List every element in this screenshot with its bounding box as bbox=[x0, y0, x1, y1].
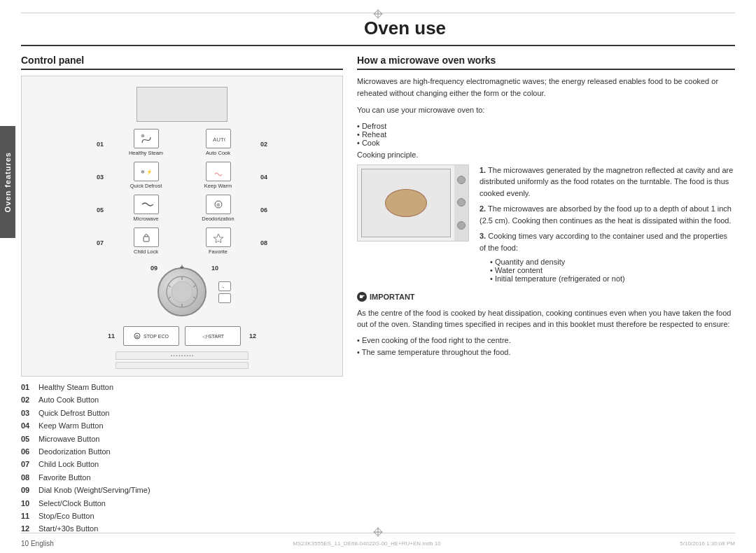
child-lock-button[interactable]: Child Lock bbox=[112, 227, 180, 255]
svg-text:⚡: ⚡ bbox=[146, 169, 153, 175]
row-label-05: 05 bbox=[97, 206, 104, 214]
row-label-07: 07 bbox=[97, 239, 104, 246]
row-label-12: 12 bbox=[249, 332, 256, 340]
list-item-09: 09Dial Knob (Weight/Serving/Time) bbox=[21, 485, 343, 496]
keep-warm-button[interactable]: Keep Warm bbox=[184, 162, 252, 189]
sub-water: • Water content bbox=[490, 266, 735, 274]
important-section: ☛ IMPORTANT As the centre of the food is… bbox=[357, 291, 735, 359]
healthy-steam-label: Healthy Steam bbox=[129, 150, 163, 156]
page-title: Oven use bbox=[21, 18, 735, 39]
svg-line-12 bbox=[193, 297, 195, 298]
footer-page: 10 English bbox=[21, 540, 54, 547]
footer: 10 English MS23K3555ES_11_DE68-04022G-00… bbox=[21, 540, 735, 547]
point-1: 1. The microwaves generated by the magne… bbox=[479, 164, 735, 200]
oven-knob-2 bbox=[457, 198, 465, 206]
numbered-points: 1. The microwaves generated by the magne… bbox=[479, 164, 735, 284]
svg-point-0 bbox=[141, 134, 144, 137]
list-item-12: 12Start/+30s Button bbox=[21, 524, 343, 534]
deodorization-icon: ♻ bbox=[206, 195, 231, 214]
intro-paragraph: Microwaves are high-frequency electromag… bbox=[357, 76, 735, 99]
select-button-group: → bbox=[218, 281, 231, 303]
quick-defrost-label: Quick Defrost bbox=[130, 183, 162, 189]
cooking-principle: Cooking principle. bbox=[357, 150, 735, 159]
side-tab-label: Oven features bbox=[4, 152, 12, 212]
key-row: ▪ ▪ ▪ ▪ ▪ ▪ ▪ ▪ ▪ bbox=[171, 354, 193, 358]
healthy-steam-button[interactable]: Healthy Steam bbox=[112, 129, 180, 156]
select-button-2[interactable] bbox=[218, 293, 231, 303]
list-item-03: 03Quick Defrost Button bbox=[21, 408, 343, 419]
stop-eco-label: STOP ECO bbox=[144, 334, 169, 339]
oven-knob-1 bbox=[457, 176, 465, 184]
svg-text:❄: ❄ bbox=[141, 169, 145, 174]
dial-plus-icon: + bbox=[180, 263, 184, 271]
svg-line-14 bbox=[169, 297, 171, 298]
start-button[interactable]: ◁/+30s START bbox=[185, 326, 241, 346]
oven-section: 1. The microwaves generated by the magne… bbox=[357, 164, 735, 284]
button-group-03-04: ❄⚡ Quick Defrost Keep Warm bbox=[112, 162, 252, 189]
row-label-08: 08 bbox=[260, 239, 267, 246]
list-item-01: 01Healthy Steam Button bbox=[21, 382, 343, 393]
dial-area: 09 10 + bbox=[112, 267, 252, 316]
list-item-04: 04Keep Warm Button bbox=[21, 421, 343, 431]
bottom-button-row: 11 ♻ STOP ECO ◁/+30s START 12 bbox=[123, 326, 241, 346]
use-cook: Cook bbox=[357, 139, 735, 147]
point-2: 2. The microwaves are absorbed by the fo… bbox=[479, 203, 735, 226]
oven-knob-3 bbox=[457, 221, 465, 230]
svg-line-15 bbox=[169, 286, 171, 287]
dial-knob[interactable]: + bbox=[158, 267, 206, 316]
svg-text:◁/+30s: ◁/+30s bbox=[202, 334, 209, 339]
quick-defrost-button[interactable]: ❄⚡ Quick Defrost bbox=[112, 162, 180, 189]
list-item-11: 11Stop/Eco Button bbox=[21, 511, 343, 522]
deodorization-button[interactable]: ♻ Deodorization bbox=[184, 195, 252, 222]
right-column: How a microwave oven works Microwaves ar… bbox=[357, 55, 735, 537]
button-group-01-02: Healthy Steam AUTO Auto Cook bbox=[112, 129, 252, 156]
start-label: START bbox=[209, 334, 224, 339]
use-reheat: Reheat bbox=[357, 130, 735, 139]
svg-line-11 bbox=[193, 286, 195, 287]
auto-cook-button[interactable]: AUTO Auto Cook bbox=[184, 129, 252, 156]
svg-text:♻: ♻ bbox=[135, 335, 139, 339]
button-group-05-06: Microwave ♻ Deodorization bbox=[112, 195, 252, 222]
sub-quantity: • Quantity and density bbox=[490, 258, 735, 266]
stop-eco-button[interactable]: ♻ STOP ECO bbox=[123, 326, 179, 346]
child-lock-label: Child Lock bbox=[134, 248, 158, 255]
row-label-06: 06 bbox=[260, 206, 267, 214]
keep-warm-icon bbox=[206, 162, 231, 181]
use-intro: You can use your microwave oven to: bbox=[357, 104, 735, 116]
deodorization-label: Deodorization bbox=[202, 216, 234, 222]
svg-marker-7 bbox=[214, 234, 223, 243]
number-pad-area: ▪ ▪ ▪ ▪ ▪ ▪ ▪ ▪ ▪ bbox=[112, 351, 252, 369]
microwave-button[interactable]: Microwave bbox=[112, 195, 180, 222]
button-row-07-08: 07 Child Lock Favorite bbox=[112, 227, 252, 258]
list-item-02: 02Auto Cook Button bbox=[21, 395, 343, 405]
row-label-04: 04 bbox=[260, 174, 267, 181]
display-screen bbox=[136, 87, 227, 122]
favorite-button[interactable]: Favorite bbox=[184, 227, 252, 255]
title-separator bbox=[21, 45, 735, 46]
use-defrost: Defrost bbox=[357, 122, 735, 130]
svg-point-9 bbox=[172, 281, 192, 302]
side-tab: Oven features bbox=[0, 126, 15, 238]
food-item bbox=[385, 189, 427, 217]
sub-temp: • Initial temperature (refrigerated or n… bbox=[490, 274, 735, 283]
quick-defrost-icon: ❄⚡ bbox=[134, 162, 159, 181]
oven-inner bbox=[361, 169, 451, 237]
select-clock-button[interactable]: → bbox=[218, 281, 231, 291]
auto-cook-icon: AUTO bbox=[206, 129, 231, 148]
child-lock-icon bbox=[134, 227, 159, 247]
keep-warm-label: Keep Warm bbox=[204, 183, 232, 189]
svg-text:→: → bbox=[220, 285, 225, 290]
button-row-05-06: 05 Microwave ♻ Deodorization bbox=[112, 195, 252, 225]
footer-date: 5/10/2016 1:30:08 PM bbox=[680, 540, 735, 547]
button-row-03-04: 03 ❄⚡ Quick Defrost Keep Warm bbox=[112, 162, 252, 192]
important-icon: ☛ bbox=[357, 292, 367, 302]
list-item-07: 07Child Lock Button bbox=[21, 459, 343, 470]
oven-controls bbox=[454, 165, 468, 241]
button-row-01-02: 01 Healthy Steam AUTO Auto Co bbox=[112, 129, 252, 159]
row-label-11: 11 bbox=[108, 332, 115, 340]
footer-file: MS23K3555ES_11_DE68-04022G-00_HE+RU+EN.i… bbox=[293, 540, 440, 547]
control-panel-title: Control panel bbox=[21, 55, 343, 70]
row-label-03: 03 bbox=[97, 174, 104, 181]
dial-label-09: 09 bbox=[150, 265, 158, 272]
auto-cook-label: Auto Cook bbox=[206, 150, 230, 156]
